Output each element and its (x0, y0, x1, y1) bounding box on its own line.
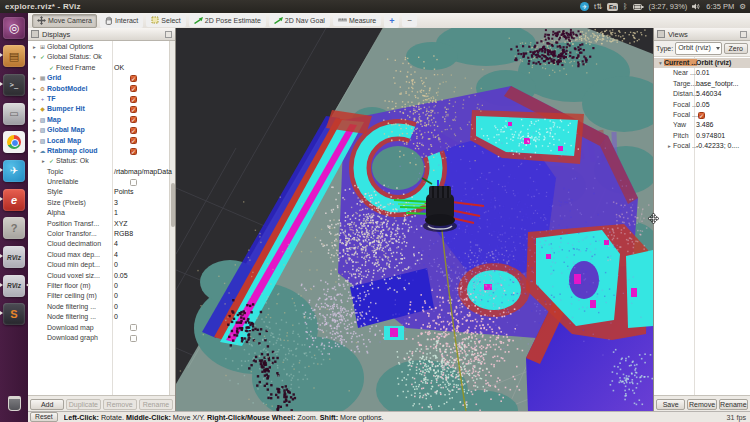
launcher-item-rviz-2[interactable]: RViz (3, 275, 25, 297)
view-type-dropdown[interactable]: Orbit (rviz) (675, 42, 721, 55)
view-prop-row-5[interactable]: Focal ...✓ (654, 110, 750, 120)
display-row-2[interactable]: ✓Fixed FrameOK (28, 63, 175, 73)
display-row-5[interactable]: ▸+TF✓ (28, 94, 175, 104)
display-row-6[interactable]: ▸◆Bumper Hit✓ (28, 104, 175, 114)
expander-icon[interactable]: ▸ (666, 141, 673, 151)
expander-icon[interactable]: ▸ (40, 156, 47, 166)
launcher-item-chrome[interactable] (3, 131, 25, 153)
interact-button[interactable]: Interact (100, 14, 143, 28)
panel-undock-button[interactable] (165, 31, 172, 38)
display-row-13[interactable]: Unreliable (28, 177, 175, 187)
display-row-21[interactable]: Cloud min dept...0 (28, 260, 175, 270)
display-row-17[interactable]: Position Transf...XYZ (28, 219, 175, 229)
display-row-8[interactable]: ▸▨Global Map✓ (28, 125, 175, 135)
display-row-10[interactable]: ▾☁Rtabmap cloud✓ (28, 146, 175, 156)
launcher-item-telegram[interactable]: ✈ (3, 160, 25, 182)
view-prop-row-4[interactable]: Focal ...0.05 (654, 100, 750, 110)
launcher-item-unknown-app[interactable]: ? (3, 217, 25, 239)
input-layout-badge[interactable]: En (607, 3, 618, 11)
nav-goal-button[interactable]: 2D Nav Goal (269, 14, 330, 27)
add-tool-button[interactable]: + (384, 14, 399, 28)
measure-button[interactable]: Measure (333, 15, 381, 26)
display-row-9[interactable]: ▸▨Local Map✓ (28, 136, 175, 146)
checkbox-checked[interactable]: ✓ (130, 96, 137, 103)
launcher-item-sublime-text[interactable]: S (3, 303, 25, 325)
views-remove-button[interactable]: Remove (687, 399, 716, 410)
volume-icon[interactable] (692, 3, 701, 10)
checkbox-unchecked[interactable] (130, 335, 137, 342)
checkbox-checked[interactable]: ✓ (130, 85, 137, 92)
view-prop-row-0[interactable]: ▾Current ...Orbit (rviz) (654, 58, 750, 68)
display-row-15[interactable]: Size (Pixels)3 (28, 198, 175, 208)
messenger-icon[interactable]: ✈ (580, 2, 589, 11)
session-menu-gear-icon[interactable]: ⚙ (739, 2, 746, 11)
3d-viewport[interactable] (176, 28, 653, 412)
display-row-28[interactable]: Download graph (28, 333, 175, 343)
display-row-27[interactable]: Download map (28, 323, 175, 333)
display-row-14[interactable]: StylePoints (28, 187, 175, 197)
display-row-19[interactable]: Cloud decimation4 (28, 239, 175, 249)
display-row-18[interactable]: Color Transfor...RGB8 (28, 229, 175, 239)
checkbox-checked[interactable]: ✓ (130, 75, 137, 82)
display-row-25[interactable]: Node filtering ...0 (28, 302, 175, 312)
checkbox-checked[interactable]: ✓ (130, 127, 137, 134)
views-save-button[interactable]: Save (656, 399, 685, 410)
expander-icon[interactable]: ▸ (31, 136, 38, 146)
view-prop-row-8[interactable]: ▸Focal ...-0.42233; 0.... (654, 141, 750, 151)
panel-undock-button[interactable] (740, 31, 747, 38)
launcher-item-software[interactable]: e (3, 189, 25, 211)
launcher-item-terminal[interactable]: >_ (3, 74, 25, 96)
launcher-item-ubuntu-dash[interactable]: ◎ (3, 17, 25, 39)
display-row-4[interactable]: ▸⚙RobotModel✓ (28, 84, 175, 94)
view-prop-row-2[interactable]: Targe...base_footpr... (654, 79, 750, 89)
remove-tool-button[interactable]: − (402, 14, 417, 27)
display-row-3[interactable]: ▸▦Grid✓ (28, 73, 175, 83)
expander-icon[interactable]: ▾ (657, 58, 664, 68)
launcher-item-disks[interactable]: ▭ (3, 103, 25, 125)
launcher-item-files[interactable]: ▤ (3, 45, 25, 67)
checkbox-checked[interactable]: ✓ (698, 112, 705, 119)
checkbox-checked[interactable]: ✓ (130, 148, 137, 155)
display-row-20[interactable]: Cloud max dep...4 (28, 250, 175, 260)
display-row-16[interactable]: Alpha1 (28, 208, 175, 218)
display-row-24[interactable]: Filter ceiling (m)0 (28, 291, 175, 301)
display-row-11[interactable]: ▸✓Status: Ok (28, 156, 175, 166)
checkbox-checked[interactable]: ✓ (130, 116, 137, 123)
view-prop-row-3[interactable]: Distan...5.46034 (654, 89, 750, 99)
checkbox-checked[interactable]: ✓ (130, 106, 137, 113)
launcher-item-rviz-1[interactable]: RViz (3, 246, 25, 268)
bluetooth-icon[interactable]: ᛒ (623, 2, 628, 11)
expander-icon[interactable]: ▸ (31, 115, 38, 125)
pose-estimate-button[interactable]: 2D Pose Estimate (189, 14, 266, 27)
launcher-item-trash[interactable] (3, 392, 25, 414)
checkbox-unchecked[interactable] (130, 324, 137, 331)
expander-icon[interactable]: ▸ (31, 125, 38, 135)
view-prop-row-1[interactable]: Near ...0.01 (654, 68, 750, 78)
display-row-7[interactable]: ▸▨Map✓ (28, 115, 175, 125)
display-row-0[interactable]: ▸⊞Global Options (28, 42, 175, 52)
zero-button[interactable]: Zero (724, 43, 748, 54)
checkbox-unchecked[interactable] (130, 179, 137, 186)
move-camera-button[interactable]: Move Camera (32, 14, 97, 28)
expander-icon[interactable]: ▸ (31, 42, 38, 52)
display-row-12[interactable]: Topic/rtabmap/mapData (28, 167, 175, 177)
expander-icon[interactable]: ▸ (31, 94, 38, 104)
display-row-22[interactable]: Cloud voxel siz...0.05 (28, 271, 175, 281)
displays-add-button[interactable]: Add (30, 399, 64, 410)
views-rename-button[interactable]: Rename (719, 399, 748, 410)
keyboard-indicator-icon[interactable]: t⇅ (594, 2, 602, 11)
select-button[interactable]: Select (146, 14, 185, 27)
expander-icon[interactable]: ▾ (31, 146, 38, 156)
expander-icon[interactable]: ▸ (31, 104, 38, 114)
display-row-26[interactable]: Node filtering ...0 (28, 312, 175, 322)
display-row-23[interactable]: Filter floor (m)0 (28, 281, 175, 291)
view-prop-row-7[interactable]: Pitch0.974801 (654, 131, 750, 141)
expander-icon[interactable]: ▸ (31, 84, 38, 94)
battery-icon[interactable] (633, 4, 644, 10)
reset-button[interactable]: Reset (30, 412, 58, 422)
display-row-1[interactable]: ▾✓Global Status: Ok (28, 52, 175, 62)
expander-icon[interactable]: ▾ (31, 52, 38, 62)
expander-icon[interactable]: ▸ (31, 73, 38, 83)
view-prop-row-6[interactable]: Yaw3.486 (654, 120, 750, 130)
checkbox-checked[interactable]: ✓ (130, 137, 137, 144)
